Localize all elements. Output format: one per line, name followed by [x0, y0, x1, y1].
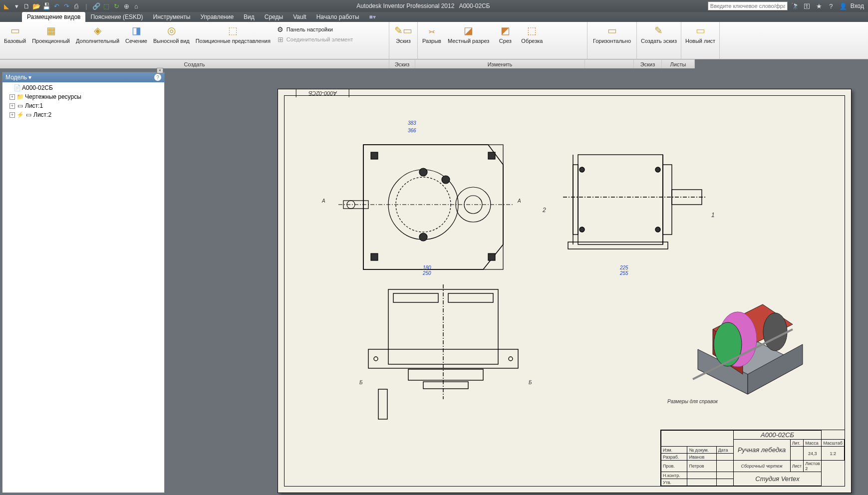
tab-place-views[interactable]: Размещение видов — [22, 12, 85, 22]
svg-point-31 — [374, 357, 378, 361]
tree-sheet2[interactable]: + ⚡ ▭ Лист:2 — [3, 110, 163, 119]
component-icon[interactable]: ⬚ — [102, 1, 111, 10]
tab-manage[interactable]: Управление — [195, 12, 239, 22]
section-view-button[interactable]: ◨Сечение — [123, 23, 149, 45]
sketch-button[interactable]: ✎▭Эскиз — [391, 23, 415, 45]
tab-vault[interactable]: Vault — [288, 12, 311, 22]
model-browser: × Модель ▾ ? 📄 A000-02СБ + 📁 Чертежные р… — [2, 72, 165, 493]
redo-icon[interactable]: ↷ — [62, 1, 71, 10]
key-icon[interactable]: ⚿ — [803, 1, 812, 10]
view-top[interactable] — [328, 124, 518, 279]
browser-header[interactable]: Модель ▾ ? — [2, 72, 164, 82]
tb-sheets: Листов — [805, 461, 820, 466]
svg-rect-11 — [488, 253, 495, 260]
tree-resources[interactable]: + 📁 Чертежные ресурсы — [3, 92, 163, 101]
tb-ndoc: № докум. — [687, 447, 716, 454]
auxiliary-view-button[interactable]: ◈Дополнительный — [74, 23, 121, 45]
view-iso[interactable] — [667, 279, 822, 409]
expand-icon[interactable]: + — [9, 112, 15, 118]
side-view-svg — [558, 135, 708, 269]
horizontal-button[interactable]: ▭Горизонтально — [589, 23, 634, 45]
dim-225: 225 — [620, 265, 628, 270]
folder-icon: 📁 — [16, 93, 23, 100]
tab-start[interactable]: Начало работы — [311, 12, 364, 22]
app-menu-icon[interactable]: ◣ — [2, 1, 11, 10]
refresh-icon[interactable]: ↻ — [112, 1, 121, 10]
search-input[interactable] — [708, 1, 788, 10]
ribbon-group-sketch2: ✎Создать эскиз — [637, 22, 681, 59]
local-section-button[interactable]: ◪Местный разрез — [446, 23, 491, 45]
tb-razrab: Разраб. — [661, 454, 687, 461]
tab-tools[interactable]: Инструменты — [148, 12, 196, 22]
create-sketch-button[interactable]: ✎Создать эскиз — [639, 23, 679, 45]
tab-eskd[interactable]: Пояснение (ESKD) — [85, 12, 148, 22]
section-view-icon: ◨ — [128, 24, 144, 37]
sketch-icon: ✎▭ — [395, 24, 411, 37]
user-icon[interactable]: 👤 — [839, 1, 848, 10]
tab-env[interactable]: Среды — [260, 12, 288, 22]
tree-sheet1[interactable]: + ▭ Лист:1 — [3, 101, 163, 110]
doc-name: A000-02СБ — [459, 2, 490, 9]
drawing-canvas[interactable]: A000-02СБ — [168, 72, 865, 493]
horizontal-icon: ▭ — [604, 24, 620, 37]
dim-255: 255 — [620, 270, 628, 276]
open-icon[interactable]: 📂 — [32, 1, 41, 10]
crop-button[interactable]: ⬚Обрезка — [519, 23, 545, 45]
quick-access-toolbar: ◣ ▾ 🗋 📂 💾 ↶ ↷ ⎙ | 🔗 ⬚ ↻ ⊕ ⌂ — [0, 1, 143, 10]
dim-250: 250 — [423, 270, 431, 276]
link-icon[interactable]: 🔗 — [92, 1, 101, 10]
browser-title: Модель — [5, 74, 27, 81]
projected-view-button[interactable]: ▦Проекционный — [30, 23, 72, 45]
detail-view-button[interactable]: ◎Выносной вид — [151, 23, 192, 45]
label: Обрезка — [521, 38, 543, 44]
panel-settings-button[interactable]: ⚙Панель настройки — [275, 25, 359, 34]
binoculars-icon[interactable]: 🔭 — [791, 1, 800, 10]
zoom-icon[interactable]: ⊕ — [122, 1, 131, 10]
title-block[interactable]: A000-02СБ Ручная лебедка Лит. Масса Масш… — [660, 430, 845, 487]
positional-button[interactable]: ⬚Позиционные представления — [194, 23, 273, 45]
ribbon-captions: Создать Эскиз Изменить Эскиз Листы — [0, 59, 868, 68]
svg-point-23 — [579, 227, 584, 232]
tb-nkontr: Н.контр. — [661, 472, 687, 479]
svg-point-24 — [655, 167, 660, 172]
cap-modify: Изменить — [415, 59, 585, 68]
new-icon[interactable]: 🗋 — [22, 1, 31, 10]
save-icon[interactable]: 💾 — [42, 1, 51, 10]
break-button[interactable]: ⟗Разрыв — [420, 23, 444, 45]
label: Горизонтально — [593, 38, 631, 44]
qat-dropdown-icon[interactable]: ▾ — [12, 1, 21, 10]
workspace: × Модель ▾ ? 📄 A000-02СБ + 📁 Чертежные р… — [0, 68, 868, 495]
expand-icon[interactable]: + — [9, 94, 15, 100]
title-right: 🔭 ⚿ ★ ? 👤 Вход — [704, 1, 868, 10]
star-icon[interactable]: ★ — [815, 1, 824, 10]
home-icon[interactable]: ⌂ — [132, 1, 141, 10]
ribbon-group-modify: ⟗Разрыв ◪Местный разрез ◩Срез ⬚Обрезка — [418, 22, 587, 59]
svg-rect-17 — [663, 165, 672, 235]
auxiliary-view-icon: ◈ — [90, 24, 106, 37]
view-front[interactable] — [338, 284, 523, 424]
print-icon[interactable]: ⎙ — [72, 1, 81, 10]
cap-sheets: Листы — [662, 59, 695, 68]
help-icon[interactable]: ? — [154, 74, 161, 81]
positional-icon: ⬚ — [225, 24, 241, 37]
svg-rect-29 — [448, 293, 493, 302]
close-icon[interactable]: × — [157, 68, 163, 73]
tab-extra[interactable]: ■▾ — [364, 12, 381, 22]
tb-mass-val: 24,3 — [804, 447, 822, 461]
base-view-button[interactable]: ▭Базовый — [2, 23, 28, 45]
view-side[interactable] — [558, 134, 707, 269]
drawing-sheet[interactable]: A000-02СБ — [278, 89, 852, 493]
undo-icon[interactable]: ↶ — [52, 1, 61, 10]
help-icon[interactable]: ? — [827, 1, 836, 10]
ribbon: ▭Базовый ▦Проекционный ◈Дополнительный ◨… — [0, 22, 868, 59]
cap-sketch2: Эскиз — [634, 59, 662, 68]
tree-label: Лист:2 — [33, 111, 51, 118]
tree-root[interactable]: 📄 A000-02СБ — [3, 83, 163, 92]
login-link[interactable]: Вход — [851, 2, 864, 9]
expand-icon[interactable]: + — [9, 103, 15, 109]
tab-view[interactable]: Вид — [239, 12, 260, 22]
window-title: Autodesk Inventor Professional 2012 A000… — [143, 2, 704, 9]
slice-button[interactable]: ◩Срез — [493, 23, 517, 45]
label: Сечение — [125, 38, 147, 44]
new-sheet-button[interactable]: ▭Новый лист — [683, 23, 717, 45]
